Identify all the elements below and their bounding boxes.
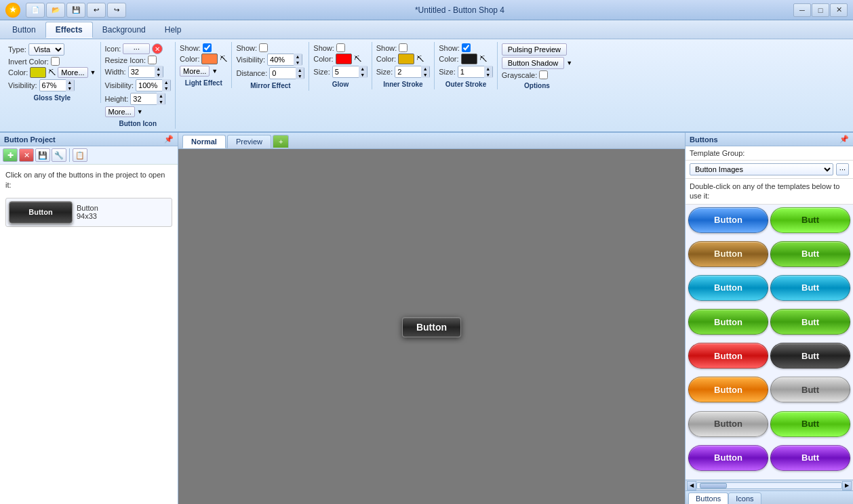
type-select[interactable]: Vista <box>28 43 64 56</box>
invert-checkbox[interactable] <box>51 57 60 66</box>
show-checkbox-le[interactable] <box>203 43 212 52</box>
show-checkbox-me[interactable] <box>259 43 268 52</box>
size-up-os[interactable]: ▲ <box>484 66 492 72</box>
rb-tab-buttons[interactable]: Buttons <box>688 492 728 504</box>
size-up-is[interactable]: ▲ <box>421 66 429 72</box>
add-button-btn[interactable]: ✚ <box>3 148 18 162</box>
icon-more-btn[interactable]: More... <box>105 106 135 117</box>
light-color-dropper[interactable]: ⛏ <box>220 55 227 63</box>
canvas-tab-add[interactable]: + <box>273 135 289 148</box>
distance-up[interactable]: ▲ <box>296 67 304 73</box>
size-spinbox-gw[interactable]: ▲ ▼ <box>332 66 368 78</box>
template-item-0[interactable]: Button <box>688 207 768 233</box>
size-down-os[interactable]: ▼ <box>484 72 492 78</box>
template-item-8[interactable]: Button <box>688 343 768 369</box>
width-down[interactable]: ▼ <box>155 72 163 78</box>
resize-icon-checkbox[interactable] <box>148 56 157 64</box>
width-input[interactable] <box>129 68 155 76</box>
minimize-button[interactable]: ─ <box>793 3 811 17</box>
visibility-up-gs[interactable]: ▲ <box>66 79 74 85</box>
width-up[interactable]: ▲ <box>155 66 163 72</box>
redo-button[interactable]: ↪ <box>107 3 126 18</box>
light-more-btn[interactable]: More... <box>180 66 210 77</box>
visibility-spinbox-gs[interactable]: ▲ ▼ <box>39 79 75 91</box>
undo-button[interactable]: ↩ <box>87 3 106 18</box>
menu-background[interactable]: Background <box>93 22 155 37</box>
template-item-12[interactable]: Button <box>688 411 768 437</box>
template-item-4[interactable]: Button <box>688 275 768 301</box>
close-button[interactable]: ✕ <box>830 3 848 17</box>
template-item-1[interactable]: Butt <box>770 207 850 233</box>
height-up[interactable]: ▲ <box>157 93 165 99</box>
template-group-select[interactable]: Button Images <box>690 163 833 175</box>
show-checkbox-os[interactable] <box>462 43 471 52</box>
template-item-13[interactable]: Butt <box>770 411 850 437</box>
canvas-tab-normal[interactable]: Normal <box>182 135 226 148</box>
visibility-down-gs[interactable]: ▼ <box>66 85 74 91</box>
visibility-spinbox-bi[interactable]: ▲ ▼ <box>136 79 171 91</box>
gloss-color-swatch[interactable] <box>30 67 46 78</box>
outer-stroke-dropper[interactable]: ⛏ <box>479 55 487 63</box>
template-item-9[interactable]: Butt <box>770 343 850 369</box>
menu-effects[interactable]: Effects <box>45 22 93 38</box>
height-down[interactable]: ▼ <box>157 99 165 105</box>
save-project-btn[interactable]: 💾 <box>35 148 50 162</box>
scroll-right[interactable]: ▶ <box>842 481 852 490</box>
template-item-6[interactable]: Button <box>688 309 768 335</box>
rb-tab-icons[interactable]: Icons <box>728 492 761 504</box>
visibility-input-me[interactable] <box>268 56 294 64</box>
show-checkbox-is[interactable] <box>399 43 408 52</box>
size-up-gw[interactable]: ▲ <box>359 66 367 72</box>
glow-color-swatch[interactable] <box>336 54 352 64</box>
size-input-os[interactable] <box>458 68 484 76</box>
size-input-is[interactable] <box>395 68 421 76</box>
size-spinbox-is[interactable]: ▲ ▼ <box>395 66 430 78</box>
height-input[interactable] <box>131 95 157 103</box>
gloss-color-dropper[interactable]: ⛏ <box>48 68 56 77</box>
visibility-up-bi[interactable]: ▲ <box>162 79 170 85</box>
canvas-tab-preview[interactable]: Preview <box>227 135 271 148</box>
visibility-down-bi[interactable]: ▼ <box>162 85 170 91</box>
menu-button[interactable]: Button <box>3 22 45 37</box>
visibility-spinbox-me[interactable]: ▲ ▼ <box>267 54 302 66</box>
visibility-down-me[interactable]: ▼ <box>294 60 302 66</box>
template-group-menu-btn[interactable]: ··· <box>836 163 849 175</box>
size-down-is[interactable]: ▼ <box>421 72 429 78</box>
glow-dropper[interactable]: ⛏ <box>354 55 361 63</box>
light-color-swatch[interactable] <box>201 54 218 64</box>
copy-btn[interactable]: 📋 <box>73 148 87 162</box>
template-item-7[interactable]: Butt <box>770 309 850 335</box>
remove-button-btn[interactable]: ✕ <box>19 148 34 162</box>
inner-stroke-color-swatch[interactable] <box>398 54 414 64</box>
template-item-14[interactable]: Button <box>688 445 768 471</box>
canvas-button[interactable]: Button <box>402 317 461 337</box>
tools-btn[interactable]: 🔧 <box>52 148 66 162</box>
button-list-item[interactable]: Button Button 94x33 <box>5 198 172 227</box>
save-button[interactable]: 💾 <box>66 3 85 18</box>
outer-stroke-color-swatch[interactable] <box>461 54 477 64</box>
template-item-2[interactable]: Button <box>688 241 768 267</box>
button-shadow-btn[interactable]: Button Shadow <box>502 57 565 69</box>
width-spinbox[interactable]: ▲ ▼ <box>128 66 163 78</box>
canvas-area[interactable]: Button <box>178 149 685 504</box>
template-item-10[interactable]: Button <box>688 377 768 402</box>
pulsing-preview-btn[interactable]: Pulsing Preview <box>502 43 567 56</box>
size-spinbox-os[interactable]: ▲ ▼ <box>458 66 493 78</box>
show-checkbox-gw[interactable] <box>336 43 345 52</box>
template-item-15[interactable]: Butt <box>770 445 850 471</box>
size-input-gw[interactable] <box>333 68 359 76</box>
inner-stroke-dropper[interactable]: ⛏ <box>416 55 424 63</box>
visibility-input-bi[interactable] <box>136 81 162 89</box>
new-button[interactable]: 📄 <box>26 3 45 18</box>
visibility-input-gs[interactable] <box>40 81 66 89</box>
maximize-button[interactable]: □ <box>812 3 829 17</box>
scroll-left[interactable]: ◀ <box>687 481 696 490</box>
template-item-11[interactable]: Butt <box>770 377 850 402</box>
height-spinbox[interactable]: ▲ ▼ <box>130 93 165 105</box>
icon-remove-btn[interactable]: ✕ <box>152 43 163 54</box>
grayscale-checkbox[interactable] <box>539 70 548 79</box>
distance-spinbox[interactable]: ▲ ▼ <box>269 67 304 79</box>
menu-help[interactable]: Help <box>155 22 191 37</box>
template-item-3[interactable]: Butt <box>770 241 850 267</box>
template-item-5[interactable]: Butt <box>770 275 850 301</box>
